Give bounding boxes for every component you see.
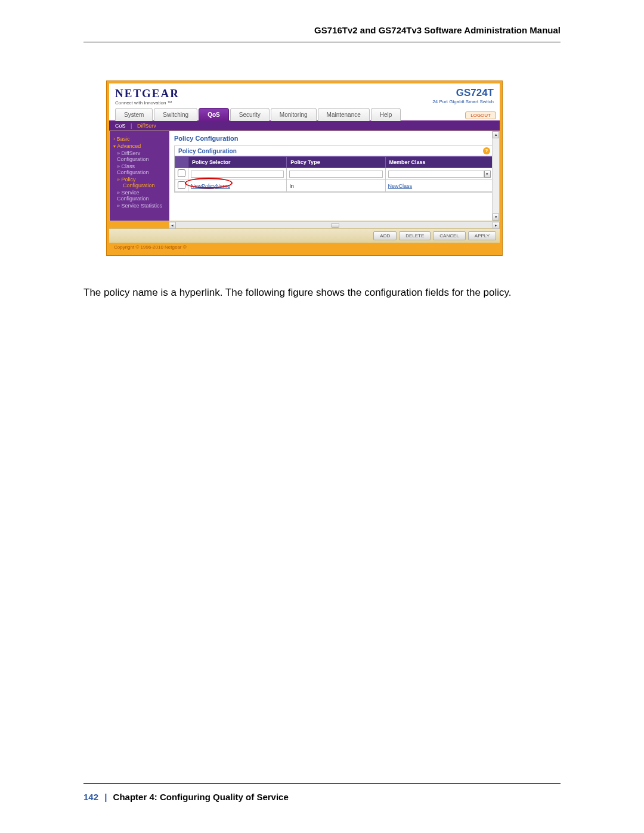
sidebar-service-config[interactable]: Service Configuration: [117, 190, 166, 202]
embedded-screenshot: NETGEAR Connect with Innovation ™ GS724T…: [106, 80, 503, 256]
policy-selector-input[interactable]: [191, 171, 284, 178]
brand-band: NETGEAR Connect with Innovation ™ GS724T…: [109, 83, 500, 108]
model-name: GS724T: [432, 87, 494, 99]
copyright-text: Copyright © 1996-2010 Netgear ®: [109, 243, 500, 252]
subnav-cos[interactable]: CoS: [115, 123, 126, 129]
body-paragraph: The policy name is a hyperlink. The foll…: [83, 286, 561, 300]
scroll-track[interactable]: [176, 222, 493, 228]
main-area: Policy Configuration Policy Configuratio…: [169, 131, 499, 221]
row-type-cell: In: [287, 180, 385, 192]
policy-type-input[interactable]: [289, 171, 382, 178]
content-row: Basic Advanced DiffServ Configuration Cl…: [109, 131, 500, 221]
page-number: 142: [83, 792, 98, 802]
tab-qos[interactable]: QoS: [199, 108, 229, 121]
footer-button-bar: ADD DELETE CANCEL APPLY: [109, 228, 500, 243]
footer-rule: [83, 783, 561, 784]
panel-title: Policy Configuration: [174, 135, 494, 142]
brand-left: NETGEAR Connect with Innovation ™: [115, 87, 179, 106]
sidebar-class-config[interactable]: Class Configuration: [117, 163, 166, 175]
tab-maintenance[interactable]: Maintenance: [318, 108, 370, 121]
scroll-up-icon[interactable]: ▴: [493, 131, 499, 138]
col-policy-selector: Policy Selector: [188, 157, 287, 168]
scroll-left-icon[interactable]: ◂: [169, 222, 176, 229]
brand-tagline: Connect with Innovation ™: [115, 100, 179, 106]
app-frame: NETGEAR Connect with Innovation ™ GS724T…: [106, 80, 503, 256]
tab-switching[interactable]: Switching: [154, 108, 197, 121]
tab-system[interactable]: System: [115, 108, 153, 121]
sidebar-policy-config[interactable]: Policy Configuration: [117, 176, 166, 188]
chapter-label: Chapter 4: Configuring Quality of Servic…: [113, 792, 289, 802]
inner-panel-head: Policy Configuration ?: [175, 146, 494, 156]
sidebar: Basic Advanced DiffServ Configuration Cl…: [110, 131, 169, 221]
table-input-row: ▾: [175, 168, 494, 180]
tab-help[interactable]: Help: [371, 108, 401, 121]
header-rule: [83, 42, 561, 42]
member-class-input[interactable]: [388, 171, 484, 178]
row-member-cell: NewClass: [385, 180, 493, 192]
subnav-separator: |: [131, 123, 132, 129]
vertical-scrollbar[interactable]: ▴ ▾: [492, 131, 499, 221]
brand-right: GS724T 24 Port Gigabit Smart Switch: [432, 87, 494, 104]
apply-button[interactable]: APPLY: [468, 231, 496, 240]
sidebar-policy-sub: Configuration: [123, 182, 166, 188]
sub-nav: CoS | DiffServ: [109, 121, 500, 131]
footer-separator: |: [104, 792, 107, 802]
main-nav: System Switching QoS Security Monitoring…: [109, 108, 500, 121]
inner-panel-title: Policy Configuration: [178, 148, 483, 154]
member-dropdown-cell: ▾: [385, 168, 493, 180]
select-all-checkbox[interactable]: [178, 169, 185, 177]
sidebar-service-stats[interactable]: Service Statistics: [117, 203, 166, 209]
row-checkbox-cell: [175, 180, 188, 192]
model-desc: 24 Port Gigabit Smart Switch: [432, 99, 494, 104]
horizontal-scrollbar[interactable]: ◂ ▸: [169, 221, 500, 228]
subnav-diffserv[interactable]: DiffServ: [137, 123, 156, 129]
page-header-title: GS716Tv2 and GS724Tv3 Software Administr…: [314, 25, 561, 35]
scroll-thumb[interactable]: [331, 223, 339, 228]
member-class-link[interactable]: NewClass: [388, 183, 413, 189]
sidebar-diffserv-config[interactable]: DiffServ Configuration: [117, 150, 166, 162]
tab-monitoring[interactable]: Monitoring: [271, 108, 317, 121]
row-checkbox[interactable]: [178, 181, 185, 189]
chevron-down-icon[interactable]: ▾: [484, 171, 491, 178]
col-member-class: Member Class: [385, 157, 493, 168]
cancel-button[interactable]: CANCEL: [433, 231, 465, 240]
select-all-cell: [175, 168, 188, 180]
table-header-row: Policy Selector Policy Type Member Class: [175, 157, 494, 168]
page-footer: 142 | Chapter 4: Configuring Quality of …: [83, 792, 289, 802]
row-selector-cell: NewPolicyName: [188, 180, 287, 192]
policy-table: Policy Selector Policy Type Member Class: [175, 156, 494, 192]
policy-name-link[interactable]: NewPolicyName: [191, 183, 230, 189]
tab-security[interactable]: Security: [230, 108, 270, 121]
inner-panel: Policy Configuration ? Policy Selector P…: [174, 145, 494, 193]
sidebar-policy-label: Policy: [122, 176, 136, 182]
selector-input-cell: [188, 168, 287, 180]
type-input-cell: [287, 168, 385, 180]
logout-button[interactable]: LOGOUT: [465, 112, 496, 119]
sidebar-basic[interactable]: Basic: [113, 136, 166, 142]
table-row: NewPolicyName In NewClass: [175, 180, 494, 192]
scroll-down-icon[interactable]: ▾: [493, 213, 499, 221]
delete-button[interactable]: DELETE: [399, 231, 431, 240]
scroll-right-icon[interactable]: ▸: [493, 222, 500, 229]
col-checkbox: [175, 157, 188, 168]
col-policy-type: Policy Type: [287, 157, 385, 168]
help-icon[interactable]: ?: [483, 147, 490, 154]
add-button[interactable]: ADD: [373, 231, 397, 240]
netgear-logo: NETGEAR: [115, 87, 179, 100]
sidebar-advanced[interactable]: Advanced: [113, 143, 166, 149]
